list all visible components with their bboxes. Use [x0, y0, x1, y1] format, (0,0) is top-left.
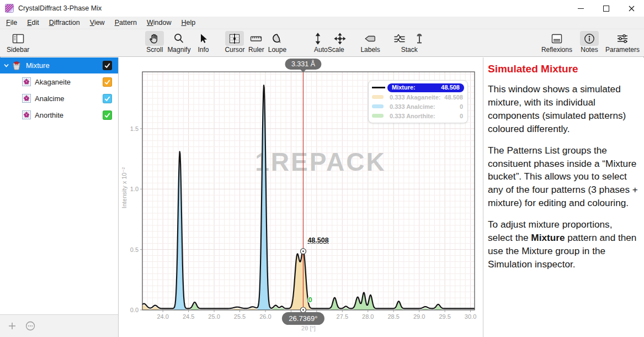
menu-item-edit[interactable]: Edit: [22, 18, 44, 28]
ruler-icon: [249, 32, 263, 45]
legend-value: 0: [460, 113, 463, 119]
loupe-tool-button[interactable]: Loupe: [268, 31, 286, 54]
magnify-icon: [172, 32, 185, 45]
menu-item-diffraction[interactable]: Diffraction: [44, 18, 85, 28]
notes-paragraph-3: To adjust mixture proportions, select th…: [488, 218, 638, 271]
check-icon: [104, 78, 111, 86]
legend-row: Mixture:48.508: [372, 83, 464, 92]
legend-row: 0.333 Akaganeite:48.508: [372, 92, 464, 102]
x-tick-label: 27.5: [337, 313, 348, 320]
notes-panel: Simulated Mixture This window shows a si…: [483, 57, 644, 337]
hand-scroll-icon: [148, 32, 161, 45]
y-tick-label: 1.0: [130, 186, 139, 192]
two-theta-bubble: 26.7369°: [282, 312, 324, 325]
autoscale-vertical-icon: [312, 32, 324, 45]
stack-group: Stack: [390, 31, 429, 54]
y-tick-label: 0.0: [130, 307, 139, 313]
menu-item-pattern[interactable]: Pattern: [110, 18, 142, 28]
menu-bar: FileEditDiffractionViewPatternWindowHelp: [0, 17, 644, 29]
x-tick-label: 25.0: [208, 313, 220, 320]
reflexions-panel-button[interactable]: Reflexions: [541, 31, 572, 54]
magnify-tool-button[interactable]: Magnify: [167, 31, 190, 54]
pattern-label: Mixture: [26, 61, 103, 70]
notes-panel-button[interactable]: Notes: [580, 31, 599, 54]
pin-icon: [413, 32, 425, 45]
arrow-cursor-icon: [196, 32, 210, 45]
legend-color-swatch: [372, 114, 386, 118]
x-tick-label: 29.0: [413, 313, 425, 320]
cursor-intensity-label: 48.508: [307, 236, 328, 244]
check-icon: [104, 95, 111, 102]
pattern-visibility-checkbox[interactable]: [103, 94, 112, 103]
menu-item-view[interactable]: View: [85, 18, 110, 28]
pattern-visibility-checkbox[interactable]: [103, 77, 112, 87]
x-tick-label: 24.0: [157, 313, 168, 320]
mixture-bucket-icon: [11, 60, 22, 71]
info-tool-button[interactable]: Info: [194, 31, 212, 54]
cursor-tool-button[interactable]: Cursor: [225, 31, 244, 54]
reflexions-icon: [550, 32, 564, 45]
pattern-visibility-checkbox[interactable]: [103, 61, 112, 70]
legend-label: 0.333 Analcime:: [390, 103, 460, 110]
loupe-icon: [270, 32, 284, 45]
sidebar-item-analcime[interactable]: Analcime: [0, 90, 118, 107]
minimize-button[interactable]: [568, 0, 593, 17]
scroll-tool-button[interactable]: Scroll: [145, 31, 164, 54]
cursor-grid-icon: [227, 32, 242, 45]
legend-value: 48.508: [441, 84, 460, 91]
app-window: CrystalDiffract 3-Phase Mix FileEditDiff…: [0, 0, 644, 337]
ellipsis-menu-icon: [25, 321, 35, 331]
pattern-label: Anorthite: [35, 111, 103, 119]
chart-legend: Mixture:48.5080.333 Akaganeite:48.5080.3…: [368, 80, 468, 123]
notes-title: Simulated Mixture: [488, 63, 638, 75]
autoscale-full-button[interactable]: [331, 31, 349, 46]
notes-paragraph-1: This window shows a simulated mixture, w…: [488, 83, 638, 136]
legend-color-swatch: [372, 104, 386, 108]
minimize-icon: [578, 8, 584, 9]
pattern-actions-button[interactable]: [25, 321, 35, 331]
legend-label: 0.333 Akaganeite:: [390, 94, 444, 101]
sidebar-item-akaganeite[interactable]: Akaganeite: [0, 73, 118, 90]
legend-value: 48.508: [444, 94, 463, 101]
parameters-panel-button[interactable]: Parameters: [605, 31, 640, 54]
legend-value: 0: [460, 103, 463, 110]
stack-patterns-button[interactable]: [390, 31, 409, 46]
pattern-visibility-checkbox[interactable]: [103, 110, 112, 120]
close-button[interactable]: [619, 0, 644, 17]
toolbar: Sidebar Scroll Magnify Info Cursor: [0, 29, 644, 57]
notes-info-icon: [583, 32, 596, 45]
crystal-pattern-icon: [22, 94, 31, 103]
menu-item-help[interactable]: Help: [176, 18, 200, 28]
x-tick-label: 25.5: [234, 313, 246, 320]
app-icon: [5, 4, 14, 13]
cursor-component-zero-label: 0: [308, 296, 312, 304]
diffraction-chart-panel[interactable]: 1REPACK24.024.525.025.526.026.527.027.52…: [119, 57, 483, 337]
d-spacing-bubble: 3.331 Å: [285, 59, 321, 70]
y-tick-label: 1.5: [130, 125, 139, 132]
x-tick-label: 28.0: [362, 313, 374, 320]
notes-paragraph-2: The Patterns List groups the consituent …: [488, 144, 638, 210]
pattern-label: Analcime: [35, 94, 103, 103]
labels-tool-button[interactable]: Labels: [360, 31, 380, 54]
legend-highlight-pill: Mixture:48.508: [387, 83, 464, 92]
x-tick-label: 26.0: [259, 313, 271, 320]
x-tick-label: 24.5: [183, 313, 194, 320]
sidebar-footer: [0, 314, 118, 337]
stack-pin-button[interactable]: [410, 31, 429, 46]
x-axis-label: 2θ [°]: [301, 325, 316, 331]
legend-label: 0.333 Anorthite:: [390, 113, 460, 119]
chevron-down-icon[interactable]: [3, 63, 11, 68]
sidebar-toggle-button[interactable]: Sidebar: [7, 31, 29, 54]
autoscale-vertical-button[interactable]: [308, 31, 327, 46]
legend-row: 0.333 Analcime:0: [372, 102, 464, 111]
sidebar-item-mixture[interactable]: Mixture: [0, 57, 118, 73]
legend-label: Mixture:: [392, 84, 416, 91]
autoscale-group: AutoScale: [308, 31, 349, 54]
pattern-label: Akaganeite: [35, 78, 103, 86]
sidebar-item-anorthite[interactable]: Anorthite: [0, 107, 118, 123]
menu-item-window[interactable]: Window: [142, 18, 176, 28]
menu-item-file[interactable]: File: [1, 18, 22, 28]
add-pattern-button[interactable]: [8, 322, 17, 330]
maximize-button[interactable]: [593, 0, 619, 17]
ruler-tool-button[interactable]: Ruler: [247, 31, 265, 54]
